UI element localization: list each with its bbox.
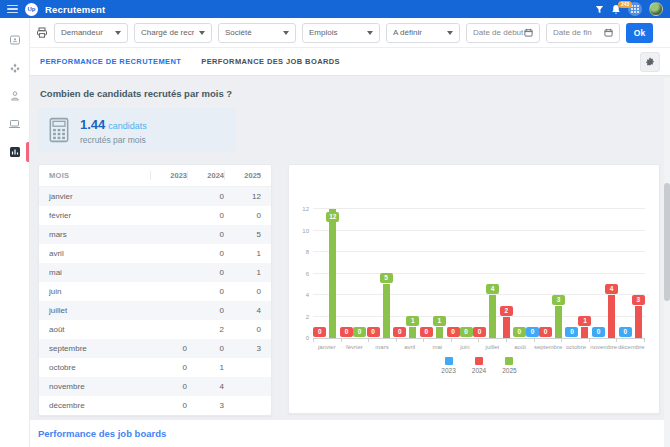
x-axis-label: juin	[451, 344, 479, 350]
bar-group: 012	[313, 210, 340, 338]
sidebar-item-laptop[interactable]	[0, 110, 29, 138]
chart-axis-ticks	[313, 339, 645, 342]
month-cell: juillet	[49, 306, 150, 315]
x-axis-label: janvier	[313, 344, 341, 350]
analytics-icon	[9, 146, 21, 158]
bar-value-label: 1	[433, 316, 446, 326]
recruitment-chart-card: 02468101201200050101000420003010403 janv…	[288, 164, 660, 414]
demandeur-select[interactable]: Demandeur	[54, 23, 128, 43]
value-cell: 0	[224, 325, 261, 334]
value-cell: 1	[187, 363, 224, 372]
notification-badge: 243	[618, 1, 632, 8]
top-bar: Up Recrutement 243	[0, 0, 670, 18]
bar-2025	[489, 295, 496, 338]
calendar-icon	[604, 28, 613, 37]
bar-group: 01	[565, 210, 592, 338]
filter-funnel-icon[interactable]	[595, 5, 604, 14]
a-definir-select[interactable]: A définir	[386, 23, 460, 43]
bar-2025	[329, 209, 336, 338]
value-cell: 3	[224, 344, 261, 353]
hub-icon	[9, 62, 21, 74]
x-axis-label: août	[506, 344, 534, 350]
job-boards-section-link[interactable]: Performance des job boards	[38, 428, 166, 439]
sidebar-item-user[interactable]	[0, 82, 29, 110]
bar-2025	[383, 284, 390, 338]
month-cell: mai	[49, 268, 150, 277]
y-axis-tick: 2	[293, 314, 309, 320]
legend-item-2024[interactable]: 2024	[472, 357, 486, 374]
date-fin-input[interactable]: Date de fin	[546, 23, 620, 43]
table-header-2024: 2024	[187, 171, 224, 180]
bar-value-label: 1	[406, 316, 419, 326]
content-area: Combien de candidats recrutés par mois ?…	[30, 76, 670, 447]
value-cell: 0	[187, 192, 224, 201]
x-axis-label: mai	[423, 344, 451, 350]
sidebar-item-contact-card[interactable]	[0, 26, 29, 54]
chevron-down-icon	[283, 31, 289, 35]
y-axis-tick: 12	[293, 206, 309, 212]
calculator-icon	[48, 117, 70, 143]
table-row: novembre04	[39, 377, 271, 396]
charge-de-recrutement-select[interactable]: Chargé de recrute...	[134, 23, 212, 43]
month-cell: juin	[49, 287, 150, 296]
bar-value-label: 3	[632, 295, 645, 305]
value-cell: 1	[224, 249, 261, 258]
month-cell: mars	[49, 230, 150, 239]
bar-value-label: 0	[460, 327, 473, 337]
scrollbar-thumb[interactable]	[664, 183, 670, 301]
bar-value-label: 0	[473, 327, 486, 337]
bar-group: 05	[366, 210, 393, 338]
sidebar-item-hub[interactable]	[0, 54, 29, 82]
emplois-select[interactable]: Emplois	[302, 23, 380, 43]
bar-value-label: 5	[380, 273, 393, 283]
chart-plot: 02468101201200050101000420003010403	[313, 210, 645, 339]
value-cell: 0	[187, 211, 224, 220]
bar-value-label: 0	[526, 327, 539, 337]
x-axis-label: octobre	[562, 344, 590, 350]
x-axis-label: juillet	[479, 344, 507, 350]
settings-gear-icon[interactable]	[640, 52, 660, 72]
menu-icon[interactable]	[7, 5, 18, 14]
month-cell: septembre	[49, 344, 150, 353]
month-cell: août	[49, 325, 150, 334]
societe-select[interactable]: Société	[218, 23, 296, 43]
bar-value-label: 0	[393, 327, 406, 337]
tab-performance-des-job-boards[interactable]: PERFORMANCE DES JOB BOARDS	[201, 57, 340, 66]
table-row: mars05	[39, 225, 271, 244]
monthly-table-card: MOIS 2023 2024 2025 janvier012février00m…	[38, 164, 272, 416]
table-row: avril01	[39, 244, 271, 263]
bar-value-label: 0	[619, 327, 632, 337]
bar-group: 01	[393, 210, 420, 338]
ok-button[interactable]: Ok	[626, 23, 653, 43]
user-avatar[interactable]	[649, 2, 663, 16]
y-axis-tick: 6	[293, 271, 309, 277]
bar-group: 00	[340, 210, 367, 338]
footer-section: Performance des job boards	[30, 420, 670, 447]
table-header-mois: MOIS	[49, 171, 150, 180]
bar-value-label: 3	[552, 295, 565, 305]
date-debut-input[interactable]: Date de début	[466, 23, 540, 43]
contact-card-icon	[9, 34, 21, 46]
value-cell: 4	[187, 382, 224, 391]
value-cell: 0	[150, 344, 187, 353]
stat-caption: recrutés par mois	[80, 135, 147, 145]
value-cell: 0	[187, 287, 224, 296]
table-row: décembre03	[39, 396, 271, 415]
x-axis-label: février	[341, 344, 369, 350]
legend-item-2025[interactable]: 2025	[502, 357, 516, 374]
value-cell: 0	[150, 382, 187, 391]
bar-value-label: 4	[605, 284, 618, 294]
tab-bar: PERFORMANCE DE RECRUTEMENT PERFORMANCE D…	[30, 48, 670, 76]
value-cell: 0	[224, 211, 261, 220]
notifications-bell-icon[interactable]: 243	[611, 4, 621, 15]
bar-value-label: 0	[367, 327, 380, 337]
legend-item-2023[interactable]: 2023	[441, 357, 455, 374]
sidebar-item-analytics[interactable]	[0, 138, 29, 166]
tab-performance-de-recrutement[interactable]: PERFORMANCE DE RECRUTEMENT	[40, 57, 181, 66]
bar-group: 003	[526, 210, 565, 338]
print-icon[interactable]	[36, 27, 48, 39]
value-cell: 3	[187, 401, 224, 410]
app-title: Recrutement	[45, 4, 105, 15]
gridline	[313, 208, 645, 209]
sidebar	[0, 18, 30, 447]
